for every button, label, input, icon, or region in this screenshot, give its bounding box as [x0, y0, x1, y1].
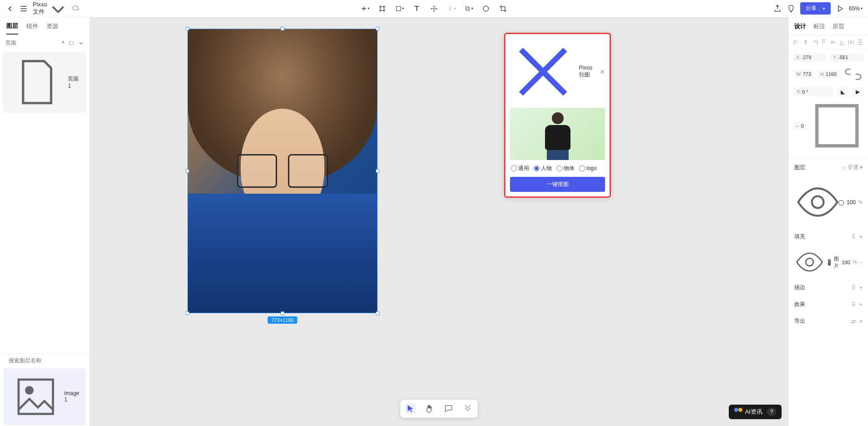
tab-prototype[interactable]: 原型	[833, 22, 844, 30]
move-tool-icon[interactable]	[429, 4, 439, 13]
add-fill-icon[interactable]: +	[859, 234, 863, 240]
pages-header: 页面 +	[0, 35, 89, 50]
remove-fill-icon[interactable]: −	[860, 260, 863, 265]
component-tool-icon[interactable]: ▾	[447, 4, 456, 13]
align-center-v-icon[interactable]	[830, 39, 836, 45]
cutout-action-button[interactable]: 一键抠图	[510, 177, 605, 192]
layer-search	[0, 353, 89, 367]
add-tool-icon[interactable]: ▾	[360, 4, 369, 13]
resize-handle[interactable]	[186, 311, 189, 315]
style-icon[interactable]: ⠿	[852, 285, 856, 291]
more-tools-icon[interactable]	[462, 403, 473, 414]
resize-handle[interactable]	[376, 311, 379, 315]
style-icon[interactable]: ⠿	[852, 301, 856, 308]
resize-handle[interactable]	[186, 27, 189, 30]
align-center-h-icon[interactable]	[802, 39, 809, 45]
folder-icon[interactable]	[68, 39, 75, 47]
distribute-v-icon[interactable]	[857, 39, 863, 45]
zoom-display[interactable]: 65%▾	[849, 5, 863, 12]
radio-object[interactable]: 物体	[556, 165, 575, 172]
frame-tool-icon[interactable]	[378, 4, 387, 13]
corner-field[interactable]: ⌐0	[793, 122, 807, 130]
tab-design[interactable]: 设计	[794, 22, 806, 30]
canvas[interactable]: 773×1160 Pixso 扣图 ✕ 通用 人物 物体 logo 一键抠图	[90, 17, 788, 426]
h-field[interactable]: H1160	[818, 70, 839, 78]
file-name[interactable]: Pixso 文件	[33, 0, 67, 17]
cloud-status-icon	[71, 4, 81, 13]
link-wh-icon[interactable]	[843, 64, 863, 85]
align-top-icon[interactable]	[821, 39, 827, 45]
export-section-header: 导出 ⇄+	[789, 313, 868, 330]
layer-search-input[interactable]	[9, 357, 77, 364]
style-icon[interactable]: ⠿	[852, 234, 856, 240]
play-icon[interactable]	[835, 4, 844, 13]
filter-icon[interactable]	[80, 357, 80, 364]
close-icon[interactable]: ✕	[600, 68, 605, 75]
align-left-icon[interactable]	[793, 39, 800, 45]
flip-v-icon[interactable]: ▶	[852, 87, 863, 96]
visibility-icon[interactable]	[794, 179, 841, 226]
settings-icon[interactable]	[83, 357, 84, 364]
layer-item[interactable]: image 1	[4, 368, 86, 425]
tab-assets[interactable]: 资源	[46, 22, 58, 30]
cursor-tool-icon[interactable]	[405, 403, 416, 414]
resize-handle[interactable]	[376, 169, 379, 173]
fill-visibility-icon[interactable]	[794, 247, 825, 277]
toolbar-left: Pixso 文件	[5, 0, 81, 17]
cutout-mode-radios: 通用 人物 物体 logo	[510, 160, 605, 177]
rotation-field[interactable]: ⟲0 °	[793, 87, 833, 96]
location-icon[interactable]	[787, 4, 796, 13]
boolean-tool-icon[interactable]: ▾	[464, 4, 473, 13]
add-page-icon[interactable]: +	[61, 39, 65, 47]
selected-image[interactable]: 773×1160	[187, 29, 378, 313]
fill-row[interactable]: 图片 100% −	[789, 245, 868, 279]
layer-section-header: 图层 ◇ 穿透 ▾	[789, 159, 868, 176]
ellipse-tool-icon[interactable]	[481, 4, 490, 13]
tab-components[interactable]: 组件	[26, 22, 38, 30]
resize-handle[interactable]	[376, 27, 379, 30]
export-settings-icon[interactable]: ⇄	[851, 318, 856, 325]
cutout-preview	[510, 108, 605, 160]
tab-layers[interactable]: 图层	[6, 22, 18, 35]
back-icon[interactable]	[5, 4, 15, 13]
resize-handle[interactable]	[281, 311, 284, 315]
corner-expand-icon[interactable]	[810, 99, 863, 152]
opacity-value[interactable]: 100	[847, 199, 856, 205]
page-item[interactable]: 页面 1	[3, 51, 86, 113]
share-button[interactable]: 分享▾	[800, 2, 831, 15]
resize-handle[interactable]	[186, 169, 189, 173]
page-icon	[9, 54, 65, 110]
align-bottom-icon[interactable]	[839, 39, 845, 45]
fill-opacity[interactable]: 100	[842, 260, 850, 265]
add-effect-icon[interactable]: +	[859, 301, 863, 308]
add-stroke-icon[interactable]: +	[859, 285, 863, 291]
collapse-icon[interactable]	[78, 39, 84, 47]
watermark-text: AI资讯	[745, 408, 762, 416]
blend-mode[interactable]: ◇ 穿透 ▾	[843, 164, 863, 171]
crop-tool-icon[interactable]	[499, 4, 508, 13]
radio-general[interactable]: 通用	[511, 165, 529, 172]
menu-icon[interactable]	[19, 4, 28, 13]
radio-logo[interactable]: logo	[579, 165, 597, 172]
export-icon[interactable]	[773, 4, 782, 13]
y-field[interactable]: Y-561	[830, 53, 863, 61]
w-field[interactable]: W773	[793, 70, 814, 78]
help-icon[interactable]: ?	[767, 407, 776, 416]
transform-section: X-279 Y-561 W773 H1160 ⟲0 ° ◣ ▶ ⌐0	[789, 50, 868, 159]
rectangle-tool-icon[interactable]: ▾	[395, 4, 404, 13]
tab-inspect[interactable]: 标注	[813, 22, 825, 30]
distribute-h-icon[interactable]	[848, 39, 854, 45]
radio-person[interactable]: 人物	[534, 165, 552, 172]
align-right-icon[interactable]	[812, 39, 818, 45]
svg-rect-7	[19, 380, 53, 414]
hand-tool-icon[interactable]	[424, 403, 435, 414]
toolbar-right: 分享▾ 65%▾	[773, 2, 863, 15]
right-panel-tabs: 设计 标注 原型	[789, 17, 868, 35]
x-field[interactable]: X-279	[793, 53, 827, 61]
fill-swatch[interactable]	[828, 259, 831, 266]
add-export-icon[interactable]: +	[859, 318, 863, 325]
resize-handle[interactable]	[281, 27, 284, 30]
comment-tool-icon[interactable]	[443, 403, 454, 414]
flip-h-icon[interactable]: ◣	[837, 87, 848, 96]
text-tool-icon[interactable]	[412, 4, 421, 13]
